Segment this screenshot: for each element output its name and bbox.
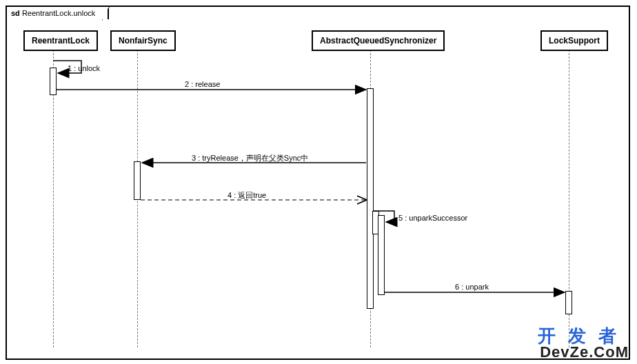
- sd-prefix: sd: [11, 9, 20, 17]
- activation-aqs-release: [367, 88, 374, 309]
- participant-reentrantlock: ReentrantLock: [23, 30, 98, 51]
- msg-4-label: 4 : 返回true: [228, 190, 266, 201]
- participant-abstractqueuedsynchronizer: AbstractQueuedSynchronizer: [312, 30, 445, 51]
- msg-2-label: 2 : release: [185, 80, 220, 88]
- activation-nonfairsync-tryrelease: [134, 161, 141, 200]
- msg-5-label: 5 : unparkSuccessor: [398, 214, 467, 222]
- frame-title: ReentrantLock.unlock: [22, 9, 95, 17]
- msg-6-label: 6 : unpark: [455, 283, 489, 291]
- activation-locksupport-unpark: [565, 291, 572, 314]
- participant-nonfairsync: NonfairSync: [110, 30, 176, 51]
- activation-reentrantlock-unlock: [50, 68, 57, 95]
- sequence-diagram-frame: sd ReentrantLock.unlock ReentrantLock No…: [6, 6, 630, 360]
- arrows-layer: [7, 7, 629, 358]
- activation-aqs-unparksuccessor-inner: [378, 215, 385, 295]
- msg-1-label: 1 : unlock: [68, 64, 100, 72]
- participant-locksupport: LockSupport: [540, 30, 608, 51]
- frame-label: sd ReentrantLock.unlock: [6, 6, 109, 19]
- msg-3-label: 3 : tryRelease，声明在父类Sync中: [192, 153, 308, 163]
